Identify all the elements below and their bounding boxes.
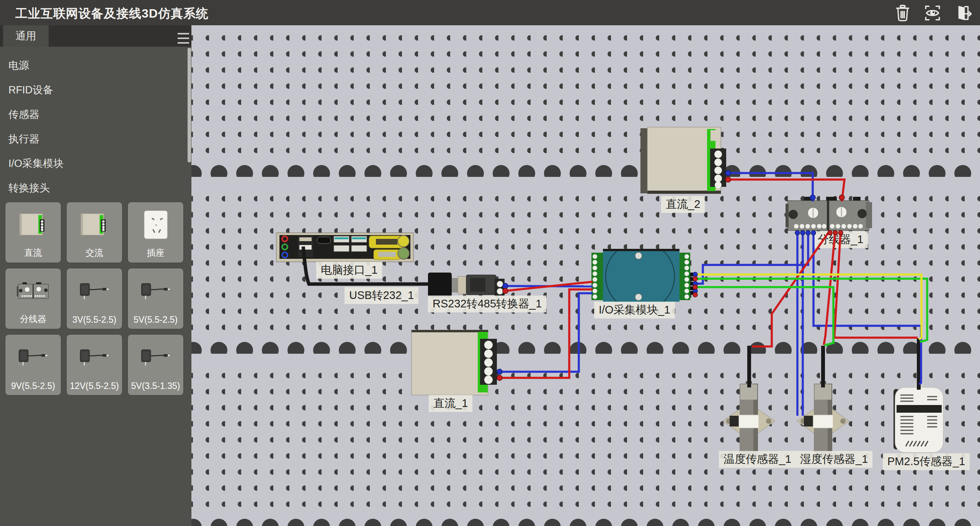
device-tile-grid: 直流 交流 插座 分线器 3V(5.5-2.5) 5V(5.5-2.5) bbox=[5, 202, 184, 395]
tile-ac[interactable]: 交流 bbox=[66, 202, 122, 263]
sidebar-scrollbar[interactable] bbox=[188, 48, 191, 162]
device-label-rs485: RS232转485转换器_1 bbox=[428, 296, 546, 312]
exit-icon[interactable] bbox=[952, 2, 973, 24]
sidebar-tab-strip: 通用 bbox=[0, 25, 191, 47]
sidebar-item-io-module[interactable]: I/O采集模块 bbox=[8, 155, 169, 172]
tile-socket[interactable]: 插座 bbox=[127, 202, 184, 263]
adapter-icon bbox=[77, 271, 113, 311]
device-label-temp: 温度传感器_1 bbox=[719, 451, 796, 468]
device-dc-power-1[interactable] bbox=[412, 330, 497, 395]
socket-icon bbox=[138, 205, 174, 245]
app-window: 直流_2 电脑接口_1 USB转232_1 RS232转485转换器_1 I/O… bbox=[0, 0, 980, 526]
tab-general[interactable]: 通用 bbox=[3, 25, 49, 47]
device-label-io: I/O采集模块_1 bbox=[594, 302, 675, 319]
sidebar-item-power[interactable]: 电源 bbox=[8, 57, 169, 74]
device-label-dc1: 直流_1 bbox=[429, 395, 472, 412]
hamburger-menu-icon[interactable] bbox=[178, 30, 189, 44]
device-usb-to-232[interactable] bbox=[428, 273, 505, 297]
device-label-splitter: 分线器_1 bbox=[813, 231, 868, 248]
device-label-dc2: 直流_2 bbox=[661, 196, 705, 213]
splitter-icon bbox=[15, 271, 51, 311]
device-label-humid: 湿度传感器_1 bbox=[795, 451, 872, 468]
title-bar: 工业互联网设备及接线3D仿真系统 bbox=[0, 0, 980, 25]
sidebar-item-sensor[interactable]: 传感器 bbox=[8, 106, 169, 123]
sidebar-item-rfid[interactable]: RFID设备 bbox=[8, 82, 169, 98]
view-eye-icon[interactable] bbox=[922, 2, 943, 24]
device-label-usb232: USB转232_1 bbox=[345, 287, 418, 304]
tile-5v-135[interactable]: 5V(3.5-1.35) bbox=[127, 334, 184, 395]
sidebar-item-actuator[interactable]: 执行器 bbox=[8, 131, 169, 147]
tile-3v[interactable]: 3V(5.5-2.5) bbox=[66, 268, 122, 329]
tile-splitter[interactable]: 分线器 bbox=[5, 268, 61, 329]
device-label-pm25: PM2.5传感器_1 bbox=[883, 453, 970, 470]
device-pc-interface[interactable] bbox=[276, 233, 413, 262]
adapter-icon bbox=[77, 338, 113, 377]
tile-9v[interactable]: 9V(5.5-2.5) bbox=[5, 334, 61, 395]
tile-12v[interactable]: 12V(5.5-2.5) bbox=[66, 334, 122, 395]
device-label-pc: 电脑接口_1 bbox=[316, 262, 382, 279]
device-library-sidebar: 通用 电源 RFID设备 传感器 执行器 I/O采集模块 转换接头 bbox=[0, 25, 191, 526]
psu-icon bbox=[77, 205, 113, 245]
adapter-icon bbox=[138, 338, 174, 377]
device-dc-power-2[interactable] bbox=[640, 127, 726, 194]
trash-icon[interactable] bbox=[892, 2, 913, 24]
tile-dc[interactable]: 直流 bbox=[5, 202, 61, 263]
psu-icon bbox=[15, 205, 51, 245]
page-title: 工业互联网设备及接线3D仿真系统 bbox=[15, 5, 209, 22]
sidebar-item-adapter[interactable]: 转换接头 bbox=[8, 180, 169, 196]
adapter-icon bbox=[15, 338, 51, 377]
device-pm25-sensor[interactable] bbox=[893, 383, 943, 452]
tile-5v[interactable]: 5V(5.5-2.5) bbox=[127, 268, 184, 329]
device-splitter[interactable] bbox=[786, 197, 872, 230]
adapter-icon bbox=[138, 271, 174, 311]
